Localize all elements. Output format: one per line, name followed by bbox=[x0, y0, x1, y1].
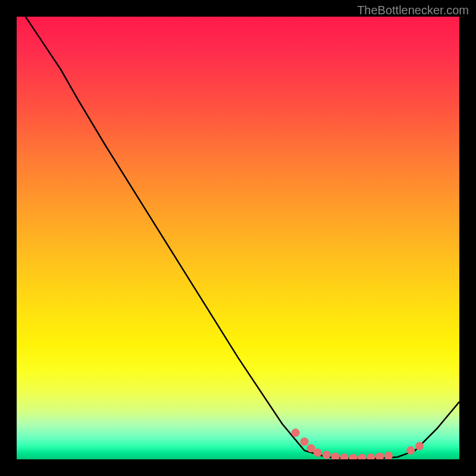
data-marker bbox=[367, 453, 375, 459]
data-marker bbox=[300, 437, 309, 446]
data-marker bbox=[331, 453, 340, 459]
plot-area bbox=[17, 17, 459, 459]
bottleneck-curve-path bbox=[26, 17, 459, 459]
data-marker bbox=[415, 442, 424, 450]
data-marker bbox=[406, 446, 415, 455]
data-marker bbox=[292, 428, 300, 437]
data-marker bbox=[375, 453, 384, 459]
watermark-text: TheBottlenecker.com bbox=[357, 4, 469, 17]
data-marker bbox=[322, 451, 331, 459]
data-marker bbox=[384, 452, 393, 459]
curve-line bbox=[26, 17, 459, 459]
data-marker bbox=[358, 454, 366, 459]
chart-svg bbox=[17, 17, 459, 459]
data-marker bbox=[340, 453, 349, 459]
data-marker bbox=[349, 454, 357, 459]
data-marker bbox=[314, 449, 322, 457]
